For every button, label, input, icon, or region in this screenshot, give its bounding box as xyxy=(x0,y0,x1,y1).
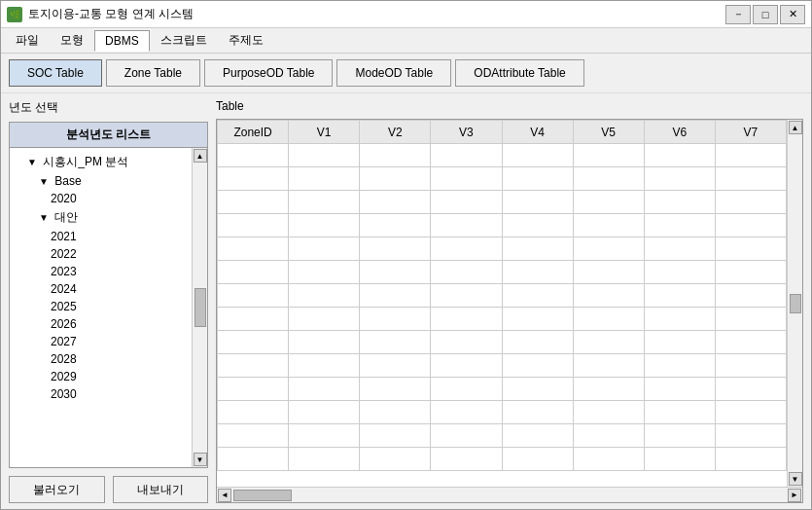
tree-scroll-up[interactable]: ▲ xyxy=(194,149,207,163)
table-cell xyxy=(360,448,431,471)
table-cell xyxy=(573,167,644,191)
tree-item-2021[interactable]: 2021 xyxy=(16,228,186,245)
tree-item-2030[interactable]: 2030 xyxy=(16,385,186,403)
table-cell xyxy=(431,331,502,354)
table-cell xyxy=(715,378,786,401)
tree-item-daean[interactable]: ▼ 대안 xyxy=(16,207,186,228)
table-cell xyxy=(715,354,786,378)
table-row[interactable] xyxy=(218,214,787,237)
menu-item-dbms[interactable]: DBMS xyxy=(94,30,150,52)
table-cell xyxy=(715,331,786,354)
menu-item-theme[interactable]: 주제도 xyxy=(218,30,274,52)
table-row[interactable] xyxy=(218,167,787,191)
close-button[interactable]: ✕ xyxy=(780,5,805,24)
table-row[interactable] xyxy=(218,308,787,331)
table-cell xyxy=(644,378,715,401)
table-cell xyxy=(289,354,360,378)
tree-item-2023[interactable]: 2023 xyxy=(16,263,186,280)
tree-item-2026[interactable]: 2026 xyxy=(16,315,186,333)
maximize-button[interactable]: □ xyxy=(753,5,778,24)
table-cell xyxy=(218,261,289,284)
table-cell xyxy=(715,401,786,424)
table-scroll-up[interactable]: ▲ xyxy=(789,121,802,134)
arrow-base: ▼ xyxy=(39,176,49,187)
table-cell xyxy=(360,424,431,448)
table-scroll-thumb-v[interactable] xyxy=(790,294,801,313)
table-row[interactable] xyxy=(218,144,787,167)
purpose-od-button[interactable]: PurposeOD Table xyxy=(204,59,334,87)
tree-scrollbar-v[interactable]: ▲ ▼ xyxy=(192,148,207,467)
zone-table-button[interactable]: Zone Table xyxy=(106,59,200,87)
tree-item-2020[interactable]: 2020 xyxy=(16,190,186,207)
tree-item-2029[interactable]: 2029 xyxy=(16,368,186,385)
table-cell xyxy=(360,284,431,308)
table-scroll-left[interactable]: ◄ xyxy=(218,489,231,502)
menu-bar: 파일 모형 DBMS 스크립트 주제도 xyxy=(1,28,811,54)
minimize-button[interactable]: － xyxy=(725,5,751,24)
od-attribute-button[interactable]: ODAttribute Table xyxy=(455,59,584,87)
table-row[interactable] xyxy=(218,401,787,424)
table-cell xyxy=(431,144,502,167)
tree-item-2022[interactable]: 2022 xyxy=(16,245,186,263)
table-cell xyxy=(218,191,289,214)
table-row[interactable] xyxy=(218,237,787,261)
col-v1: V1 xyxy=(289,121,360,144)
tree-content[interactable]: ▼ 시흥시_PM 분석 ▼ Base 2020 ▼ xyxy=(10,148,192,467)
table-row[interactable] xyxy=(218,354,787,378)
table-scrollbar-h[interactable]: ◄ ► xyxy=(217,487,802,502)
table-row[interactable] xyxy=(218,424,787,448)
table-row[interactable] xyxy=(218,261,787,284)
table-cell xyxy=(573,424,644,448)
table-cell xyxy=(431,261,502,284)
table-cell xyxy=(218,354,289,378)
table-cell xyxy=(218,378,289,401)
table-cell xyxy=(644,214,715,237)
table-scrollbar-v[interactable]: ▲ ▼ xyxy=(787,120,802,487)
table-cell xyxy=(715,167,786,191)
tree-item-2027[interactable]: 2027 xyxy=(16,333,186,350)
table-cell xyxy=(644,261,715,284)
tree-label-2025: 2025 xyxy=(51,300,77,313)
col-v4: V4 xyxy=(502,121,573,144)
table-row[interactable] xyxy=(218,448,787,471)
table-cell xyxy=(218,167,289,191)
tree-label-2024: 2024 xyxy=(51,282,77,296)
load-button[interactable]: 불러오기 xyxy=(9,476,105,503)
tree-item-2024[interactable]: 2024 xyxy=(16,280,186,298)
table-row[interactable] xyxy=(218,331,787,354)
table-cell xyxy=(573,401,644,424)
table-cell xyxy=(502,331,573,354)
table-cell xyxy=(573,237,644,261)
table-scroll-down[interactable]: ▼ xyxy=(789,472,802,486)
tree-label-2021: 2021 xyxy=(51,230,77,243)
table-row[interactable] xyxy=(218,191,787,214)
table-cell xyxy=(289,237,360,261)
table-cell xyxy=(573,378,644,401)
h-scrollbar-track xyxy=(231,490,788,501)
table-cell xyxy=(502,144,573,167)
tree-item-2025[interactable]: 2025 xyxy=(16,298,186,315)
table-scroll-right[interactable]: ► xyxy=(788,489,801,502)
menu-item-script[interactable]: 스크립트 xyxy=(150,30,218,52)
table-row[interactable] xyxy=(218,284,787,308)
table-cell xyxy=(502,424,573,448)
menu-item-model[interactable]: 모형 xyxy=(50,30,94,52)
table-cell xyxy=(360,237,431,261)
table-cell xyxy=(431,378,502,401)
export-button[interactable]: 내보내기 xyxy=(113,476,209,503)
tree-item-2028[interactable]: 2028 xyxy=(16,350,186,368)
soc-table-button[interactable]: SOC Table xyxy=(9,59,102,87)
mode-od-button[interactable]: ModeOD Table xyxy=(336,59,451,87)
tree-item-root[interactable]: ▼ 시흥시_PM 분석 xyxy=(16,152,186,172)
title-bar: 🌿 토지이용-교통 모형 연계 시스템 － □ ✕ xyxy=(1,1,811,28)
tree-scroll-thumb[interactable] xyxy=(194,288,206,327)
tree-item-base[interactable]: ▼ Base xyxy=(16,172,186,190)
tree-label-2023: 2023 xyxy=(51,265,77,278)
table-scroll-thumb-h[interactable] xyxy=(233,490,292,501)
tree-scroll-down[interactable]: ▼ xyxy=(194,453,207,466)
table-cell xyxy=(289,331,360,354)
table-cell xyxy=(360,167,431,191)
table-cell xyxy=(360,354,431,378)
menu-item-file[interactable]: 파일 xyxy=(5,30,50,52)
table-row[interactable] xyxy=(218,378,787,401)
